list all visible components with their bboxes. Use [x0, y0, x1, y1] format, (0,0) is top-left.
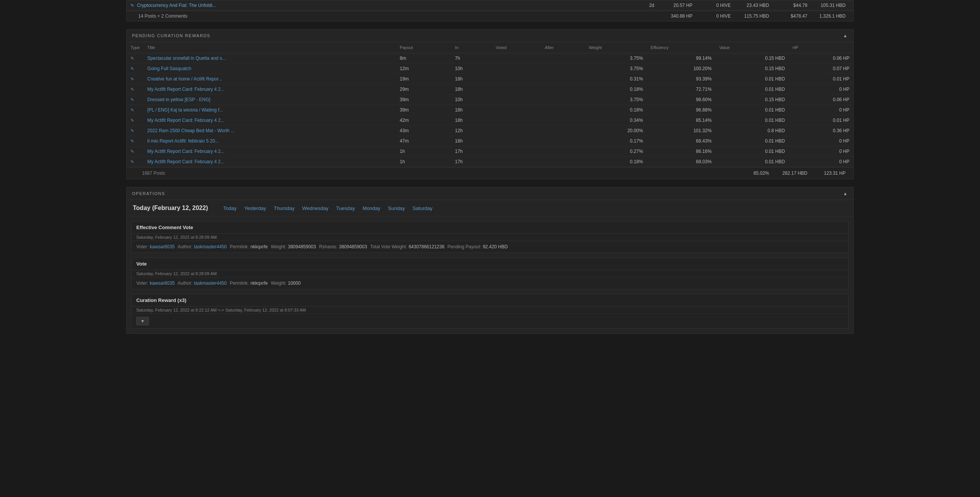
- row-hp: 0.07 HP: [789, 64, 853, 74]
- op-card-timestamp: Saturday, February 12, 2022 at 8:22:12 A…: [132, 307, 848, 314]
- nav-tuesday[interactable]: Tuesday: [336, 205, 355, 211]
- row-title-link[interactable]: My Actifit Report Card: February 4 2...: [147, 118, 224, 123]
- row-title-link[interactable]: My Actifit Report Card: February 4 2...: [147, 149, 224, 154]
- row-title-link[interactable]: [PL / ENG] Kaj ta wiosna / Waiting f...: [147, 107, 223, 113]
- row-hp: 0.06 HP: [789, 95, 853, 105]
- row-weight: 3.75%: [585, 64, 647, 74]
- footer-efficiency: [650, 171, 727, 176]
- row-weight: 0.18%: [585, 84, 647, 95]
- col-after: After: [541, 42, 585, 53]
- pending-curation-table: Type Title Payout In Voted After Weight …: [127, 42, 853, 167]
- row-title[interactable]: My Actifit Report Card: February 4 2...: [144, 146, 396, 157]
- op-field-label: Total Vote Weight:: [370, 244, 407, 249]
- row-efficiency: 86.16%: [647, 146, 715, 157]
- row-icon: ✎: [127, 157, 144, 167]
- nav-wednesday[interactable]: Wednesday: [302, 205, 328, 211]
- row-title[interactable]: Il mio Report Actifit: febbraio 5 20...: [144, 136, 396, 146]
- op-field-label: Permlink:: [230, 244, 249, 249]
- row-title-link[interactable]: Dressed in yellow [ESP - ENG]: [147, 97, 211, 102]
- current-date: Today (February 12, 2022): [133, 205, 208, 212]
- col-in: In: [451, 42, 492, 53]
- day-navigation: Today (February 12, 2022) Today Yesterda…: [127, 200, 853, 217]
- table-row: ✎ 2022 Ram 2500 Cheap Bed Mat - Worth ..…: [127, 126, 853, 136]
- summary-title-link[interactable]: Cryptocurrency And Fiat: The Unfoldi...: [137, 3, 620, 8]
- summary-payout: 2d: [620, 3, 658, 8]
- row-weight: 3.75%: [585, 95, 647, 105]
- row-title[interactable]: Spectacular snowfall in Quetta and s...: [144, 53, 396, 64]
- nav-monday[interactable]: Monday: [363, 205, 380, 211]
- row-title[interactable]: My Actifit Report Card: February 4 2...: [144, 115, 396, 126]
- row-efficiency: 72.71%: [647, 84, 715, 95]
- row-hp: 0 HP: [789, 146, 853, 157]
- row-hp: 0 HP: [789, 105, 853, 115]
- pending-curation-table-container[interactable]: Type Title Payout In Voted After Weight …: [127, 42, 853, 167]
- row-title[interactable]: Creative fun at home / Actifit Repor...: [144, 74, 396, 84]
- row-title-link[interactable]: Spectacular snowfall in Quetta and s...: [147, 56, 226, 61]
- operations-section: OPERATIONS ▲ Today (February 12, 2022) T…: [126, 187, 854, 334]
- nav-thursday[interactable]: Thursday: [274, 205, 294, 211]
- op-field-value[interactable]: taskmaster4450: [194, 244, 227, 249]
- row-efficiency: 68.03%: [647, 157, 715, 167]
- row-title[interactable]: [PL / ENG] Kaj ta wiosna / Waiting f...: [144, 105, 396, 115]
- nav-sunday[interactable]: Sunday: [388, 205, 405, 211]
- col-weight: Weight: [585, 42, 647, 53]
- op-card-type: Curation Reward (x3): [132, 294, 848, 307]
- op-field-value[interactable]: taskmaster4450: [194, 280, 227, 286]
- op-field: Total Vote Weight: 64307866121238: [370, 244, 444, 249]
- operations-collapse-btn[interactable]: ▲: [843, 191, 848, 196]
- row-title-link[interactable]: 2022 Ram 2500 Cheap Bed Mat - Worth ...: [147, 128, 235, 133]
- row-value: 0.01 HBD: [715, 136, 789, 146]
- row-title-link[interactable]: Il mio Report Actifit: febbraio 5 20...: [147, 138, 219, 144]
- row-value: 0.01 HBD: [715, 115, 789, 126]
- row-after: [541, 136, 585, 146]
- row-icon: ✎: [127, 84, 144, 95]
- row-value: 0.01 HBD: [715, 105, 789, 115]
- row-payout: 39m: [396, 95, 451, 105]
- nav-saturday[interactable]: Saturday: [413, 205, 433, 211]
- table-row: ✎ Dressed in yellow [ESP - ENG] 39m 10h …: [127, 95, 853, 105]
- row-payout: 47m: [396, 136, 451, 146]
- row-hp: 0 HP: [789, 157, 853, 167]
- col-hp: HP: [789, 42, 853, 53]
- op-field-value[interactable]: kawsar8035: [150, 280, 175, 286]
- row-title[interactable]: Dressed in yellow [ESP - ENG]: [144, 95, 396, 105]
- row-after: [541, 157, 585, 167]
- row-title-link[interactable]: Creative fun at home / Actifit Repor...: [147, 76, 222, 82]
- row-title-link[interactable]: My Actifit Report Card: February 4 2...: [147, 159, 224, 164]
- row-hp: 0 HP: [789, 136, 853, 146]
- nav-today[interactable]: Today: [223, 205, 237, 211]
- row-title[interactable]: Going Full Sasquatch: [144, 64, 396, 74]
- curation-toggle[interactable]: ▼: [132, 314, 848, 328]
- row-hp: 0.36 HP: [789, 126, 853, 136]
- row-in: 18h: [451, 74, 492, 84]
- row-title[interactable]: 2022 Ram 2500 Cheap Bed Mat - Worth ...: [144, 126, 396, 136]
- row-voted: [492, 115, 541, 126]
- op-field-label: Author:: [178, 280, 193, 286]
- op-field-value: 10000: [288, 280, 301, 286]
- op-field-label: Weight:: [271, 244, 286, 249]
- row-in: 10h: [451, 64, 492, 74]
- op-field-value: 92.420 HBD: [483, 244, 508, 249]
- row-title-link[interactable]: Going Full Sasquatch: [147, 66, 191, 71]
- row-after: [541, 146, 585, 157]
- row-after: [541, 126, 585, 136]
- operation-cards-container: Effective Comment Vote Saturday, Februar…: [127, 221, 853, 329]
- op-field-label: Rshares:: [319, 244, 337, 249]
- toggle-button[interactable]: ▼: [136, 317, 149, 325]
- op-field-label: Weight:: [271, 280, 286, 286]
- op-field-label: Pending Payout:: [448, 244, 481, 249]
- row-voted: [492, 157, 541, 167]
- op-field-value: nkkqxrfe: [250, 280, 268, 286]
- op-field-value[interactable]: kawsar8035: [150, 244, 175, 249]
- pending-curation-collapse-btn[interactable]: ▲: [843, 33, 848, 38]
- row-title[interactable]: My Actifit Report Card: February 4 2...: [144, 84, 396, 95]
- table-row: ✎ [PL / ENG] Kaj ta wiosna / Waiting f..…: [127, 105, 853, 115]
- table-row: ✎ Spectacular snowfall in Quetta and s..…: [127, 53, 853, 64]
- row-payout: 19m: [396, 74, 451, 84]
- summary-value: $44.79: [773, 3, 811, 8]
- nav-yesterday[interactable]: Yesterday: [244, 205, 266, 211]
- op-field: Author: taskmaster4450: [178, 280, 227, 286]
- row-title[interactable]: My Actifit Report Card: February 4 2...: [144, 157, 396, 167]
- row-after: [541, 105, 585, 115]
- row-title-link[interactable]: My Actifit Report Card: February 4 2...: [147, 87, 224, 92]
